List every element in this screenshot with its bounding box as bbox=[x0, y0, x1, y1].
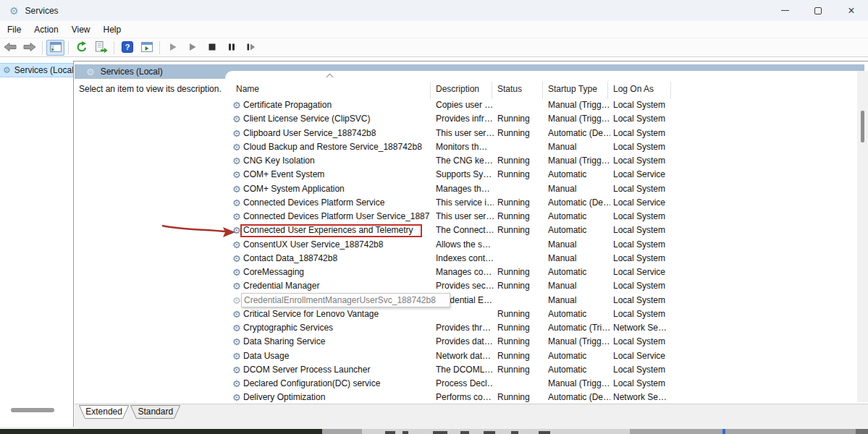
table-row[interactable]: ⚙CoreMessagingManages co…RunningAutomati… bbox=[225, 265, 857, 279]
service-gear-icon: ⚙ bbox=[232, 279, 241, 293]
service-startup-cell: Automatic (De… bbox=[548, 127, 610, 140]
service-startup-cell: Manual bbox=[548, 294, 610, 307]
column-header-description[interactable]: Description bbox=[436, 84, 479, 94]
list-vscrollbar[interactable] bbox=[857, 71, 868, 402]
minimize-button[interactable] bbox=[768, 0, 801, 21]
column-header-status[interactable]: Status bbox=[497, 84, 522, 94]
maximize-icon bbox=[814, 7, 822, 14]
console-tree-panel: ⚙ Services (Local) bbox=[0, 57, 73, 427]
service-startup-cell: Automatic (Tri… bbox=[548, 321, 610, 335]
service-logon-cell: Network Se… bbox=[613, 321, 671, 335]
screen: ⚙ Services × FileActionViewHelp ? ⚙ Serv… bbox=[0, 0, 868, 434]
table-row[interactable]: ⚙Critical Service for Lenovo VantageRunn… bbox=[225, 307, 857, 321]
column-separator[interactable] bbox=[670, 82, 671, 99]
service-name-cell: Certificate Propagation bbox=[243, 98, 429, 112]
column-header-name[interactable]: Name bbox=[236, 84, 259, 94]
table-row[interactable]: ⚙Cloud Backup and Restore Service_188742… bbox=[225, 140, 857, 154]
app-gear-icon: ⚙ bbox=[9, 5, 19, 17]
service-startup-cell: Manual (Trigg… bbox=[548, 335, 610, 349]
export-list-icon bbox=[95, 41, 108, 55]
export-list-button[interactable] bbox=[92, 40, 110, 56]
table-row[interactable]: ⚙Credential ManagerProvides sec…RunningM… bbox=[225, 279, 857, 293]
service-status-cell: Running bbox=[497, 196, 544, 210]
service-status-cell: Running bbox=[497, 335, 544, 349]
show-properties-button[interactable] bbox=[138, 40, 156, 56]
svg-text:?: ? bbox=[125, 43, 130, 51]
service-status-cell: Running bbox=[497, 112, 544, 126]
table-row[interactable]: ⚙Connected Devices Platform User Service… bbox=[225, 210, 857, 224]
service-gear-icon: ⚙ bbox=[232, 363, 241, 377]
table-row[interactable]: ⚙ConsentUX User Service_188742b8Allows t… bbox=[225, 238, 857, 252]
service-startup-cell: Manual bbox=[548, 182, 610, 196]
menu-file[interactable]: File bbox=[1, 22, 28, 37]
menu-help[interactable]: Help bbox=[97, 22, 128, 37]
column-separator[interactable] bbox=[542, 82, 543, 99]
background-window-strip bbox=[0, 429, 868, 434]
service-status-cell: Running bbox=[497, 168, 544, 182]
services-main-panel: ⚙ Services (Local) Select an item to vie… bbox=[73, 61, 868, 427]
table-row[interactable]: ⚙Data UsageNetwork dat…RunningAutomaticL… bbox=[225, 349, 857, 363]
table-row[interactable]: ⚙Declared Configuration(DC) serviceProce… bbox=[225, 377, 857, 391]
service-status-cell: Running bbox=[497, 391, 544, 403]
service-gear-icon: ⚙ bbox=[232, 140, 241, 154]
service-description-cell: Provides dat… bbox=[436, 335, 494, 349]
service-startup-cell: Manual (Trigg… bbox=[548, 112, 610, 126]
tab-extended[interactable]: Extended bbox=[79, 405, 129, 419]
service-logon-cell: Network Se… bbox=[613, 391, 671, 403]
menu-action[interactable]: Action bbox=[28, 22, 64, 37]
service-status-cell: Running bbox=[497, 210, 544, 224]
service-name-cell: CNG Key Isolation bbox=[243, 154, 429, 168]
start-service-button[interactable] bbox=[164, 40, 182, 56]
table-row[interactable]: ⚙COM+ System ApplicationManages th…Manua… bbox=[225, 182, 857, 196]
refresh-button[interactable] bbox=[72, 40, 90, 56]
table-row[interactable]: ⚙COM+ Event SystemSupports Sy…RunningAut… bbox=[225, 168, 857, 182]
list-vscrollbar-thumb[interactable] bbox=[861, 111, 864, 142]
help-button[interactable]: ? bbox=[118, 40, 136, 56]
column-header-startup-type[interactable]: Startup Type bbox=[548, 84, 597, 94]
table-row[interactable]: ⚙CredentialEnrollmentManagerUserSvc_1887… bbox=[225, 294, 857, 307]
tab-standard[interactable]: Standard bbox=[130, 405, 180, 419]
menu-view[interactable]: View bbox=[65, 22, 97, 37]
service-description-cell: This service i… bbox=[436, 196, 494, 210]
table-row[interactable]: ⚙DCOM Server Process LauncherThe DCOML…R… bbox=[225, 363, 857, 377]
maximize-button[interactable] bbox=[801, 0, 835, 21]
show-console-tree-button[interactable] bbox=[46, 40, 64, 56]
pause-service-icon bbox=[227, 43, 236, 54]
resume-service-button[interactable] bbox=[183, 40, 201, 56]
service-gear-icon: ⚙ bbox=[232, 224, 241, 237]
service-logon-cell: Local System bbox=[613, 127, 671, 140]
restart-service-button[interactable] bbox=[242, 40, 260, 56]
column-separator[interactable] bbox=[492, 82, 492, 99]
back-button[interactable] bbox=[1, 40, 19, 56]
service-status-cell: Running bbox=[497, 363, 544, 377]
table-row[interactable]: ⚙Delivery OptimizationPerforms co…Runnin… bbox=[225, 391, 857, 403]
table-row[interactable]: ⚙Connected Devices Platform ServiceThis … bbox=[225, 196, 857, 210]
table-row[interactable]: ⚙Certificate PropagationCopies user …Man… bbox=[225, 98, 857, 112]
column-header-log-on-as[interactable]: Log On As bbox=[613, 84, 654, 94]
table-row[interactable]: ⚙CNG Key IsolationThe CNG ke…RunningManu… bbox=[225, 154, 857, 168]
table-row[interactable]: ⚙Clipboard User Service_188742b8This use… bbox=[225, 127, 857, 140]
service-name-cell: Delivery Optimization bbox=[243, 391, 429, 403]
stop-service-button[interactable] bbox=[203, 40, 221, 56]
forward-button[interactable] bbox=[20, 40, 38, 56]
window-controls: × bbox=[768, 0, 868, 21]
column-separator[interactable] bbox=[607, 82, 608, 99]
service-startup-cell: Manual bbox=[548, 279, 610, 293]
service-startup-cell: Manual (Trigg… bbox=[548, 98, 610, 112]
window-title: Services bbox=[25, 6, 59, 16]
panel-header-gear-icon: ⚙ bbox=[86, 67, 95, 77]
table-row[interactable]: ⚙Contact Data_188742b8Indexes cont…Manua… bbox=[225, 252, 857, 265]
table-row[interactable]: ⚙Connected User Experiences and Telemetr… bbox=[225, 224, 857, 237]
service-logon-cell: Local System bbox=[613, 238, 671, 252]
column-separator[interactable] bbox=[430, 82, 431, 99]
pause-service-button[interactable] bbox=[222, 40, 240, 56]
table-row[interactable]: ⚙Data Sharing ServiceProvides dat…Runnin… bbox=[225, 335, 857, 349]
service-gear-icon: ⚙ bbox=[232, 154, 241, 168]
table-row[interactable]: ⚙Cryptographic ServicesProvides thr…Runn… bbox=[225, 321, 857, 335]
background-strip-segment bbox=[484, 431, 495, 434]
service-description-cell: The Connect… bbox=[436, 224, 494, 237]
table-row[interactable]: ⚙Client License Service (ClipSVC)Provide… bbox=[225, 112, 857, 126]
sidebar-item-services-local[interactable]: ⚙ Services (Local) bbox=[0, 63, 73, 77]
sidebar-hscrollbar-thumb[interactable] bbox=[11, 408, 54, 412]
close-button[interactable]: × bbox=[835, 0, 868, 21]
